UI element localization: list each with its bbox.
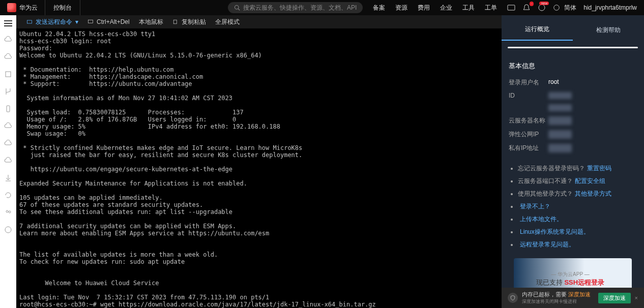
lang-selector[interactable]: 简体	[564, 4, 576, 12]
svg-rect-5	[6, 72, 11, 77]
id-value: x	[548, 92, 572, 99]
pip-value: x	[548, 144, 572, 152]
brand-text: 华为云	[19, 4, 38, 12]
speed-warning: 内存已超标，需要 深度加速	[522, 291, 594, 298]
faq-item: 忘记云服务器登录密码？重置密码	[518, 164, 637, 173]
eip-label: 弹性公网IP	[509, 130, 548, 139]
server-name-value: x	[548, 116, 572, 125]
right-panel: 运行概览 检测帮助 基本信息 登录用户名root IDx x 云服务器名称x 弹…	[502, 15, 644, 308]
search-icon	[234, 5, 240, 11]
faq-item: 使用其他登录方式？其他登录方式	[518, 190, 637, 198]
cart-icon[interactable]: new	[538, 4, 546, 12]
faq-link[interactable]: 远程登录常见问题。	[520, 241, 575, 248]
svg-point-7	[6, 210, 8, 212]
local-mouse[interactable]: 本地鼠标	[139, 18, 163, 26]
id-label: ID	[509, 92, 548, 99]
faq-list: 忘记云服务器登录密码？重置密码 云服务器端口不通？配置安全组 使用其他登录方式？…	[509, 164, 637, 249]
bell-badge: ·	[530, 2, 534, 6]
left-rail	[0, 15, 16, 308]
cloud3-icon[interactable]	[4, 139, 12, 147]
top-nav-links: 备案 资源 费用 企业 工具 工单	[363, 4, 507, 12]
console-button[interactable]: 控制台	[45, 0, 80, 15]
cloud-up-icon[interactable]	[4, 53, 12, 61]
faq-item: 云服务器端口不通？配置安全组	[518, 177, 637, 186]
top-bar: 华为云 控制台 搜索云服务、快捷操作、资源、文档、API 备案 资源 费用 企业…	[0, 0, 644, 15]
branch-icon[interactable]	[4, 87, 12, 96]
faq-item: 登录不上？	[518, 202, 637, 211]
svg-rect-10	[27, 20, 32, 23]
send-icon	[26, 19, 33, 25]
bell-icon[interactable]: ·	[522, 4, 531, 12]
ctrl-alt-del[interactable]: Ctrl+Alt+Del	[87, 18, 130, 25]
cloud4-icon[interactable]	[4, 157, 12, 165]
speed-sub: 深度加速将关闭网卡慢进程	[522, 298, 594, 305]
search-box[interactable]: 搜索云服务、快捷操作、资源、文档、API	[228, 2, 363, 13]
svg-point-3	[539, 5, 545, 11]
monitor-icon	[87, 19, 94, 25]
svg-point-8	[9, 211, 11, 213]
progress-bar	[508, 47, 638, 48]
svg-point-9	[5, 227, 11, 233]
svg-point-0	[235, 6, 239, 10]
copy-label: 复制粘贴	[182, 18, 206, 26]
svg-point-4	[554, 5, 560, 11]
fullscreen[interactable]: 全屏模式	[215, 18, 240, 26]
globe2-icon[interactable]	[4, 226, 12, 234]
user-id[interactable]: hid_jrvphrta6tmprlw	[583, 4, 637, 11]
faq-item: 上传本地文件。	[518, 215, 637, 224]
nav-enterprise[interactable]: 企业	[440, 4, 452, 12]
cloud-icon[interactable]	[4, 36, 12, 44]
copy-paste[interactable]: 复制粘贴	[172, 18, 206, 26]
faq-link[interactable]: Linux操作系统常见问题。	[520, 228, 590, 235]
search-placeholder: 搜索云服务、快捷操作、资源、文档、API	[243, 4, 357, 12]
faq-link[interactable]: 其他登录方式	[575, 190, 611, 197]
message-icon[interactable]	[507, 4, 515, 12]
people-icon[interactable]	[4, 208, 12, 217]
send-remote-cmd[interactable]: 发送远程命令 ▾	[26, 18, 78, 26]
faq-link[interactable]: 登录不上？	[520, 203, 550, 210]
new-badge: new	[539, 2, 549, 5]
nav-billing[interactable]: 费用	[418, 4, 430, 12]
eip-value: x	[548, 130, 572, 139]
server-icon[interactable]	[4, 70, 12, 78]
tab-help[interactable]: 检测帮助	[573, 20, 644, 41]
shortcut-label: Ctrl+Alt+Del	[97, 18, 130, 25]
refresh-icon[interactable]	[4, 191, 12, 199]
faq-link[interactable]: 配置安全组	[575, 177, 605, 184]
login-user-label: 登录用户名	[509, 78, 548, 87]
send-label: 发送远程命令	[36, 18, 72, 26]
rp-tabs: 运行概览 检测帮助	[502, 15, 644, 41]
center-area: 发送远程命令 ▾ Ctrl+Alt+Del 本地鼠标 复制粘贴 全屏模式 Ubu…	[16, 15, 502, 308]
menu-icon[interactable]	[4, 20, 12, 26]
nav-tools[interactable]: 工具	[462, 4, 475, 12]
faq-item: Linux操作系统常见问题。	[518, 228, 637, 236]
id-value2: x	[548, 104, 572, 111]
faq-link[interactable]: 重置密码	[587, 165, 611, 172]
terminal-output[interactable]: Ubuntu 22.04.2 LTS hcss-ecs-cb30 tty1 hc…	[16, 28, 502, 308]
promo-top: — 华为云APP —	[551, 271, 589, 278]
cloud2-icon[interactable]	[4, 122, 12, 130]
basic-info-title: 基本信息	[509, 61, 637, 71]
brand-logo[interactable]: 华为云	[0, 3, 45, 12]
top-icon-group: · new 简体 hid_jrvphrta6tmprlw	[507, 4, 644, 12]
login-user-value: root	[548, 78, 559, 87]
close-icon[interactable]: ×	[635, 295, 638, 301]
faq-link[interactable]: 上传本地文件。	[520, 215, 563, 223]
huawei-logo-icon	[7, 3, 16, 12]
nav-ticket[interactable]: 工单	[485, 4, 497, 12]
speed-boost-button[interactable]: 深度加速	[598, 293, 631, 303]
svg-rect-11	[89, 20, 93, 23]
shield-icon	[508, 293, 518, 303]
promo-main: 现已支持 SSH远程登录	[536, 278, 604, 287]
nav-resource[interactable]: 资源	[395, 4, 407, 12]
download-icon[interactable]	[4, 174, 12, 182]
svg-line-1	[238, 9, 240, 10]
copy-icon	[172, 19, 179, 25]
chevron-down-icon: ▾	[75, 18, 78, 25]
nav-beian[interactable]: 备案	[373, 4, 385, 12]
phone-icon[interactable]	[4, 105, 12, 113]
tab-overview[interactable]: 运行概览	[502, 19, 573, 41]
svg-rect-2	[508, 5, 515, 10]
svg-rect-12	[173, 20, 177, 24]
server-name-label: 云服务器名称	[509, 116, 548, 125]
